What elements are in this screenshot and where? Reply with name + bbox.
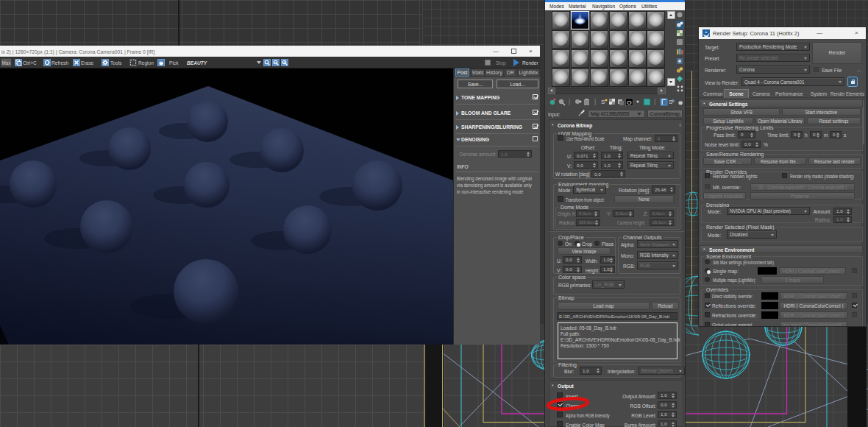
svg-text:S: S [669,99,672,105]
svg-text:S: S [601,99,605,105]
svg-text:O: O [627,99,631,106]
